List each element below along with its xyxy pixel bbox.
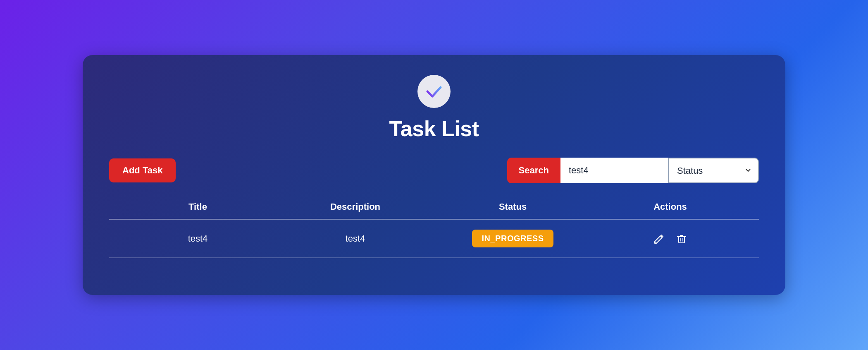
- status-select[interactable]: Status IN_PROGRESS DONE TODO: [668, 158, 759, 183]
- app-icon-container: [417, 75, 451, 108]
- trash-icon: [675, 233, 688, 245]
- search-area: Search Status IN_PROGRESS DONE TODO: [507, 158, 759, 183]
- header-title: Title: [119, 201, 277, 212]
- task-table: Title Description Status Actions test4 t…: [109, 195, 759, 258]
- header-actions: Actions: [591, 201, 749, 212]
- main-card: Task List Add Task Search Status IN_PROG…: [83, 55, 785, 295]
- cell-title: test4: [119, 233, 277, 244]
- cell-status: IN_PROGRESS: [434, 230, 591, 247]
- svg-rect-1: [679, 237, 684, 243]
- cell-description: test4: [277, 233, 434, 244]
- page-title: Task List: [389, 116, 479, 141]
- edit-icon: [653, 233, 665, 245]
- checkmark-icon: [425, 82, 443, 101]
- add-task-button[interactable]: Add Task: [109, 158, 176, 182]
- header-description: Description: [277, 201, 434, 212]
- cell-actions: [591, 233, 749, 245]
- search-input[interactable]: [560, 158, 668, 183]
- header-status: Status: [434, 201, 591, 212]
- table-row: test4 test4 IN_PROGRESS: [109, 220, 759, 258]
- table-header: Title Description Status Actions: [109, 195, 759, 220]
- controls-row: Add Task Search Status IN_PROGRESS DONE …: [109, 158, 759, 183]
- svg-rect-0: [655, 242, 656, 243]
- search-button[interactable]: Search: [507, 158, 560, 183]
- delete-button[interactable]: [675, 233, 688, 245]
- status-badge: IN_PROGRESS: [472, 230, 554, 247]
- edit-button[interactable]: [653, 233, 665, 245]
